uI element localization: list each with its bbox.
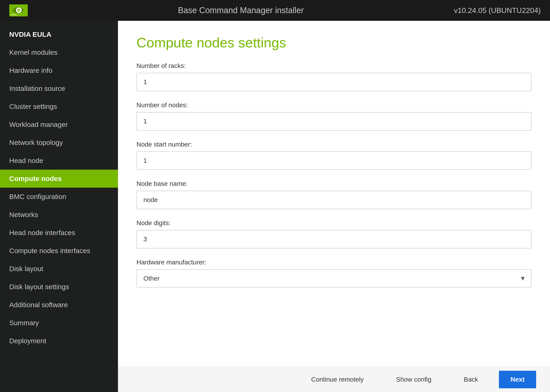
input-num-nodes[interactable]	[136, 112, 531, 131]
footer-bar: Continue remotely Show config Back Next	[118, 367, 550, 392]
sidebar-item-network-topology[interactable]: Network topology	[0, 133, 118, 152]
sidebar-item-compute-nodes[interactable]: Compute nodes	[0, 170, 118, 188]
sidebar-item-nvidia-eula[interactable]: NVDIA EULA	[0, 25, 118, 43]
topbar: NVIDIA Base Command Manager installer v1…	[0, 0, 550, 21]
logo-area: NVIDIA	[9, 4, 28, 16]
continue-remotely-button[interactable]: Continue remotely	[300, 371, 375, 388]
svg-point-3	[18, 10, 19, 11]
sidebar-item-deployment[interactable]: Deployment	[0, 332, 118, 350]
select-hardware-manufacturer[interactable]: Other Dell HP Lenovo SuperMicro Gigabyte	[136, 269, 531, 287]
nvidia-logo-icon: NVIDIA	[9, 4, 28, 16]
version-label: v10.24.05 (UBUNTU2204)	[454, 6, 541, 15]
sidebar-item-workload-manager[interactable]: Workload manager	[0, 116, 118, 133]
show-config-button[interactable]: Show config	[385, 371, 443, 388]
label-hardware-manufacturer: Hardware manufacturer:	[136, 259, 531, 266]
form-group-num-nodes: Number of nodes:	[136, 101, 531, 131]
form-group-num-racks: Number of racks:	[136, 62, 531, 91]
content-area: Compute nodes settings Number of racks: …	[118, 21, 550, 392]
sidebar-item-disk-layout-settings[interactable]: Disk layout settings	[0, 278, 118, 296]
label-num-nodes: Number of nodes:	[136, 101, 531, 109]
sidebar-item-summary[interactable]: Summary	[0, 314, 118, 332]
sidebar-item-disk-layout[interactable]: Disk layout	[0, 260, 118, 278]
form-group-hardware-manufacturer: Hardware manufacturer: Other Dell HP Len…	[136, 259, 531, 287]
sidebar-item-head-node[interactable]: Head node	[0, 152, 118, 170]
label-node-base-name: Node base name:	[136, 180, 531, 188]
next-button[interactable]: Next	[499, 371, 536, 388]
select-wrapper-hardware-manufacturer: Other Dell HP Lenovo SuperMicro Gigabyte…	[136, 269, 531, 287]
sidebar-item-networks[interactable]: Networks	[0, 206, 118, 224]
main-layout: NVDIA EULA Kernel modules Hardware info …	[0, 21, 550, 392]
sidebar: NVDIA EULA Kernel modules Hardware info …	[0, 21, 118, 392]
page-title: Compute nodes settings	[136, 35, 531, 51]
form-group-node-digits: Node digits:	[136, 219, 531, 248]
sidebar-item-additional-software[interactable]: Additional software	[0, 296, 118, 314]
input-node-digits[interactable]	[136, 230, 531, 248]
label-num-racks: Number of racks:	[136, 62, 531, 70]
label-node-digits: Node digits:	[136, 219, 531, 227]
sidebar-item-kernel-modules[interactable]: Kernel modules	[0, 43, 118, 62]
svg-text:NVIDIA: NVIDIA	[10, 14, 17, 16]
sidebar-item-bmc-configuration[interactable]: BMC configuration	[0, 188, 118, 206]
back-button[interactable]: Back	[452, 371, 490, 388]
sidebar-item-hardware-info[interactable]: Hardware info	[0, 62, 118, 79]
form-group-node-base-name: Node base name:	[136, 180, 531, 209]
sidebar-item-compute-nodes-interfaces[interactable]: Compute nodes interfaces	[0, 242, 118, 260]
sidebar-item-installation-source[interactable]: Installation source	[0, 79, 118, 98]
input-node-base-name[interactable]	[136, 191, 531, 209]
content-main: Compute nodes settings Number of racks: …	[118, 21, 550, 367]
app-title: Base Command Manager installer	[178, 6, 304, 15]
sidebar-item-cluster-settings[interactable]: Cluster settings	[0, 98, 118, 116]
label-node-start-number: Node start number:	[136, 141, 531, 148]
input-node-start-number[interactable]	[136, 151, 531, 170]
input-num-racks[interactable]	[136, 73, 531, 91]
sidebar-item-head-node-interfaces[interactable]: Head node interfaces	[0, 224, 118, 242]
form-group-node-start-number: Node start number:	[136, 141, 531, 170]
